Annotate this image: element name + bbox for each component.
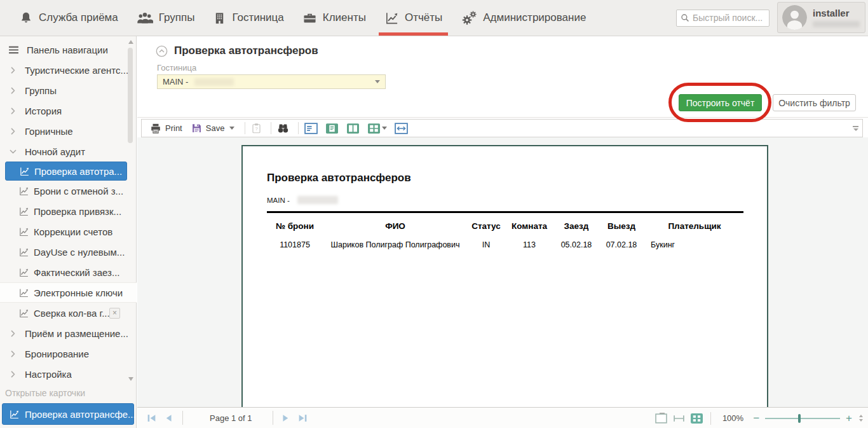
hotel-select[interactable]: MAIN - xyxy=(157,74,386,89)
app-window: Служба приёма Группы Гостиница Клиенты О… xyxy=(0,0,868,428)
continuous-view-icon xyxy=(304,123,318,134)
fit-page-width-toggle[interactable] xyxy=(673,413,685,424)
first-page-button[interactable] xyxy=(147,413,156,423)
sidebar-item-invoice-corrections[interactable]: Коррекции счетов xyxy=(0,221,137,242)
view-single-page-button[interactable] xyxy=(325,123,339,134)
hotel-field-label: Гостиница xyxy=(157,63,868,72)
divider xyxy=(273,411,273,425)
sidebar-scrollbar[interactable] xyxy=(128,39,134,382)
chart-icon xyxy=(18,226,29,237)
clear-filter-button[interactable]: Очистить фильтр xyxy=(773,94,856,111)
cell-status: IN xyxy=(468,240,505,249)
chevron-right-icon xyxy=(9,329,17,338)
sidebar-item-guest-count-check[interactable]: Сверка кол-ва г... × xyxy=(0,303,137,323)
cell-checkout: 07.02.18 xyxy=(599,240,644,249)
report-title: Проверка автотрансферов xyxy=(267,172,767,184)
nav-reception[interactable]: Служба приёма xyxy=(19,0,118,36)
page-width-icon xyxy=(673,413,685,424)
view-continuous-button[interactable] xyxy=(304,123,318,134)
scroll-down-icon[interactable] xyxy=(128,377,133,381)
column-header: Выезд xyxy=(599,221,644,231)
column-header: Статус xyxy=(468,221,505,231)
nav-groups[interactable]: Группы xyxy=(137,0,195,36)
sidebar-item-booking[interactable]: Бронирование xyxy=(0,343,137,364)
multi-page-toggle[interactable] xyxy=(691,413,703,424)
clipboard-icon xyxy=(251,123,262,134)
chevron-right-icon xyxy=(9,127,17,135)
scroll-up-icon[interactable] xyxy=(128,40,133,44)
page-title: Проверка автотрансферов xyxy=(174,45,318,57)
sidebar-item-binding-check[interactable]: Проверка привязк... xyxy=(0,201,137,221)
zoom-slider-handle[interactable] xyxy=(798,414,801,423)
report-viewer-toolbar: Print Save xyxy=(141,119,863,137)
open-cards-label: Открытые карточки xyxy=(5,388,137,398)
previous-page-button[interactable] xyxy=(164,413,173,423)
chevron-right-icon xyxy=(9,66,17,74)
chevron-down-icon xyxy=(229,127,234,130)
sidebar: Панель навигации Туристические агентс...… xyxy=(0,36,137,428)
sidebar-item-electronic-keys[interactable]: Электронные ключи xyxy=(0,282,137,303)
fit-page-width-button[interactable] xyxy=(395,123,408,134)
next-page-button[interactable] xyxy=(281,413,290,423)
table-row: 1101875 Шариков Полиграф Полиграфович IN… xyxy=(267,240,745,249)
search-icon xyxy=(681,13,689,22)
cell-booking-number: 1101875 xyxy=(267,240,323,249)
printer-icon xyxy=(150,123,161,134)
nav-administration[interactable]: Администрирование xyxy=(461,0,586,36)
hotel-select-value: MAIN - xyxy=(163,77,188,86)
user-menu[interactable]: installer xyxy=(777,2,865,33)
nav-hotel[interactable]: Гостиница xyxy=(213,0,283,36)
view-two-pages-button[interactable] xyxy=(346,123,360,134)
page-indicator: Page 1 of 1 xyxy=(210,413,252,423)
sidebar-item-night-audit[interactable]: Ночной аудит xyxy=(0,141,137,162)
zoom-in-button[interactable]: + xyxy=(846,413,852,424)
next-page-icon xyxy=(281,413,290,423)
building-icon xyxy=(213,11,226,25)
sidebar-item-reception[interactable]: Приём и размещение... xyxy=(0,323,137,343)
redacted-blur xyxy=(194,78,234,86)
toolbar-overflow-button[interactable] xyxy=(853,126,858,131)
build-report-button[interactable]: Построить отчёт xyxy=(679,94,762,111)
main-content: Проверка автотрансферов Гостиница MAIN -… xyxy=(137,36,868,428)
sidebar-item-autotransfer-check[interactable]: Проверка автотра... xyxy=(5,162,127,181)
chevron-down-icon xyxy=(375,80,380,83)
sidebar-item-actual-checkin[interactable]: Фактический заез... xyxy=(0,262,137,282)
open-card-autotransfer[interactable]: Проверка автотрансфе... xyxy=(2,403,134,425)
sidebar-item-groups[interactable]: Группы xyxy=(0,80,137,100)
search-input[interactable] xyxy=(693,13,765,23)
chart-icon xyxy=(18,186,29,197)
divider xyxy=(298,122,299,134)
sidebar-item-cancelled-bookings[interactable]: Брони с отменой з... xyxy=(0,181,137,201)
bell-icon xyxy=(19,11,33,25)
column-header: Плательщик xyxy=(644,221,745,231)
zoom-controls: 100% − + xyxy=(655,408,863,428)
previous-page-icon xyxy=(164,413,173,423)
sidebar-item-maids[interactable]: Горничные xyxy=(0,121,137,141)
close-icon[interactable]: × xyxy=(109,308,120,319)
nav-reports[interactable]: Отчёты xyxy=(384,0,442,36)
last-page-button[interactable] xyxy=(298,413,308,423)
sidebar-item-settings[interactable]: Настройка xyxy=(0,364,137,384)
zoom-out-button[interactable]: − xyxy=(753,413,759,424)
save-button[interactable]: Save xyxy=(191,123,235,134)
chart-icon xyxy=(18,247,29,258)
collapse-panel-icon[interactable] xyxy=(156,45,168,57)
print-button[interactable]: Print xyxy=(150,123,182,134)
sidebar-item-history[interactable]: История xyxy=(0,100,137,121)
sidebar-item-travel-agencies[interactable]: Туристические агентс... xyxy=(0,60,137,80)
quick-search-box xyxy=(676,10,770,27)
sidebar-nav-list: Панель навигации Туристические агентс...… xyxy=(0,39,137,388)
nav-label: Клиенты xyxy=(323,11,366,24)
people-icon xyxy=(137,11,153,25)
zoom-slider[interactable] xyxy=(765,418,840,419)
find-button[interactable] xyxy=(277,123,289,134)
sidebar-item-navigation-panel[interactable]: Панель навигации xyxy=(0,39,137,60)
nav-clients[interactable]: Клиенты xyxy=(302,0,366,36)
scroll-down-icon xyxy=(859,419,863,422)
scrollbar-thumb[interactable] xyxy=(128,48,133,143)
mini-scrollbar[interactable] xyxy=(859,415,863,422)
sidebar-item-dayuse-zero[interactable]: DayUse с нулевым... xyxy=(0,242,137,262)
view-multiple-pages-button[interactable] xyxy=(367,123,387,134)
fit-whole-page-button[interactable] xyxy=(655,413,667,424)
cell-payer: Букинг xyxy=(644,240,745,249)
